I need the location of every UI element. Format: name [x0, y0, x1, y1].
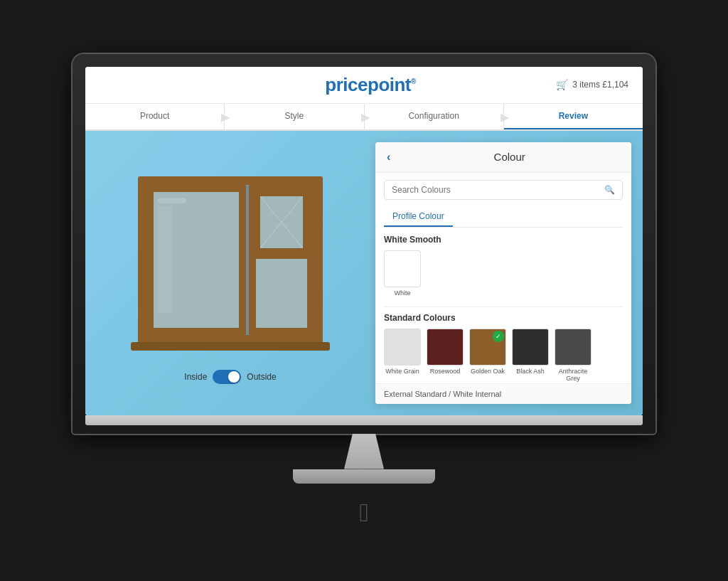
swatch-box-white-grain — [384, 329, 421, 366]
white-smooth-heading: White Smooth — [384, 235, 623, 245]
white-smooth-swatches: White — [384, 250, 623, 297]
panel-header: ‹ Colour — [375, 142, 631, 173]
swatch-label-anthracite-grey: Anthracite Grey — [555, 368, 591, 382]
inside-label: Inside — [184, 372, 207, 382]
tab-style-label: Style — [285, 111, 304, 121]
swatch-black-ash[interactable]: Black Ash — [512, 329, 549, 382]
monitor-chin — [85, 415, 643, 425]
panel-body: White Smooth White Standard Colours — [375, 228, 631, 383]
monitor-stand-neck — [336, 434, 392, 469]
tab-configuration[interactable]: Configuration — [365, 104, 504, 129]
swatch-box-black-ash — [512, 329, 549, 366]
monitor-stand-base — [293, 469, 435, 484]
back-button[interactable]: ‹ — [387, 151, 390, 164]
swatch-box-golden-oak: ✓ — [469, 329, 506, 366]
standard-swatches-row1: White Grain Rosewood ✓ Golden Oak — [384, 329, 623, 383]
svg-rect-11 — [131, 342, 330, 351]
bottom-section-label: External Standard / White Internal — [375, 383, 631, 404]
white-smooth-section: White Smooth White — [384, 235, 623, 297]
top-bar: pricepoint® 🛒 3 items £1,104 — [85, 67, 643, 104]
section-divider — [384, 307, 623, 307]
svg-rect-13 — [158, 206, 172, 313]
toggle-knob — [228, 371, 240, 383]
outside-label: Outside — [247, 372, 276, 382]
search-bar[interactable]: 🔍 — [384, 180, 623, 200]
svg-rect-9 — [256, 257, 307, 328]
tab-configuration-label: Configuration — [408, 111, 459, 121]
swatch-white[interactable]: White — [384, 250, 421, 297]
swatch-label-white: White — [394, 289, 410, 297]
logo-text: pricepoint — [325, 74, 411, 95]
swatch-box-anthracite-grey — [555, 329, 592, 366]
swatch-golden-oak[interactable]: ✓ Golden Oak — [469, 329, 506, 382]
profile-colour-tab[interactable]: Profile Colour — [384, 207, 453, 227]
tab-review[interactable]: Review — [504, 104, 643, 129]
nav-tabs: Product Style Configuration Review — [85, 104, 643, 131]
swatch-anthracite-grey[interactable]: Anthracite Grey — [555, 329, 592, 382]
tab-product-label: Product — [140, 111, 169, 121]
monitor-bezel: pricepoint® 🛒 3 items £1,104 Product Sty… — [73, 54, 655, 434]
svg-rect-12 — [158, 198, 186, 203]
window-svg — [117, 162, 344, 361]
screen: pricepoint® 🛒 3 items £1,104 Product Sty… — [85, 67, 643, 415]
toggle-switch[interactable] — [213, 370, 241, 384]
colour-panel: ‹ Colour 🔍 Profile Colour White Smooth — [375, 142, 631, 404]
swatch-label-black-ash: Black Ash — [516, 368, 545, 375]
tab-style[interactable]: Style — [225, 104, 364, 129]
cart-icon: 🛒 — [556, 79, 568, 90]
panel-title: Colour — [399, 151, 620, 163]
cart-info[interactable]: 🛒 3 items £1,104 — [556, 79, 628, 90]
cart-label: 3 items £1,104 — [572, 80, 628, 90]
svg-rect-10 — [249, 255, 314, 259]
monitor-wrapper: pricepoint® 🛒 3 items £1,104 Product Sty… — [73, 54, 655, 528]
apple-logo:  — [359, 498, 368, 528]
main-content: Inside Outside ‹ Colour � — [85, 131, 643, 415]
tab-review-label: Review — [559, 111, 588, 121]
search-icon: 🔍 — [604, 185, 615, 195]
search-input[interactable] — [392, 185, 604, 195]
logo-tm: ® — [411, 78, 416, 85]
standard-colours-heading: Standard Colours — [384, 313, 623, 323]
swatch-white-grain[interactable]: White Grain — [384, 329, 421, 382]
swatch-label-golden-oak: Golden Oak — [471, 368, 505, 375]
swatch-check-golden-oak: ✓ — [493, 331, 504, 342]
app-logo: pricepoint® — [325, 74, 416, 96]
view-toggle: Inside Outside — [184, 370, 276, 384]
swatch-box-rosewood — [427, 329, 464, 366]
swatch-rosewood[interactable]: Rosewood — [427, 329, 464, 382]
tab-product[interactable]: Product — [85, 104, 225, 129]
swatch-label-rosewood: Rosewood — [430, 368, 461, 375]
colour-tab-row: Profile Colour — [384, 207, 623, 228]
swatch-box-white — [384, 250, 421, 287]
window-area: Inside Outside — [85, 131, 375, 415]
window-illustration — [117, 162, 344, 361]
swatch-label-white-grain: White Grain — [385, 368, 419, 375]
